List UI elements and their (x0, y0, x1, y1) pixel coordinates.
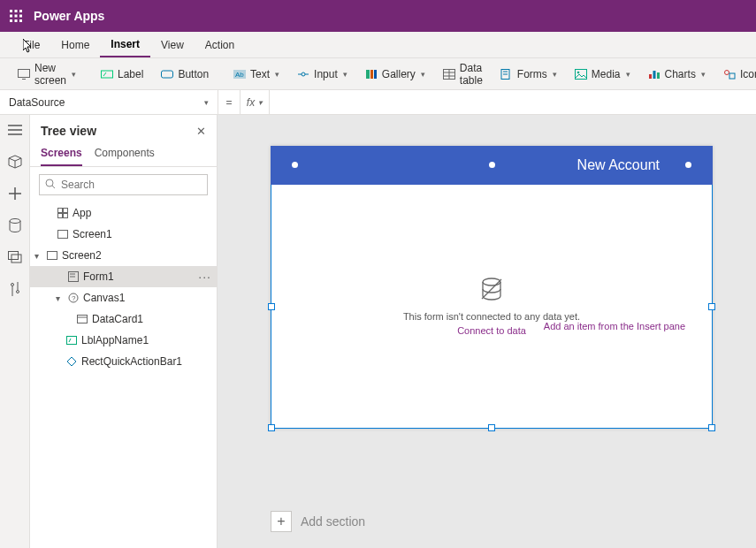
menu-action[interactable]: Action (195, 34, 245, 57)
svg-rect-21 (374, 70, 377, 79)
screen-header[interactable]: New Account (271, 146, 713, 185)
input-button[interactable]: Input▾ (290, 65, 355, 84)
left-rail (0, 115, 30, 548)
forms-icon (500, 68, 513, 80)
formula-input[interactable] (270, 90, 756, 114)
gallery-button[interactable]: Gallery▾ (358, 65, 432, 84)
svg-rect-7 (15, 19, 18, 22)
property-selector[interactable]: DataSource ▾ (0, 90, 218, 114)
icons-label: Icons (740, 68, 756, 80)
charts-label: Charts (665, 68, 696, 80)
tree-node-lblappname[interactable]: LblAppName1 (30, 330, 217, 351)
add-item-link[interactable]: Add an item from the Insert pane (544, 321, 685, 331)
ribbon: New screen▾ Label Button Ab Text▾ Input▾… (0, 58, 756, 90)
svg-line-64 (69, 339, 71, 342)
svg-rect-55 (48, 252, 57, 260)
formula-bar: DataSource ▾ = fx▾ (0, 90, 756, 115)
tab-screens[interactable]: Screens (41, 141, 82, 166)
tree-node-screen1[interactable]: Screen1 (30, 224, 217, 245)
tree-label: LblAppName1 (81, 334, 149, 346)
tab-components[interactable]: Components (95, 141, 155, 166)
svg-rect-3 (10, 15, 12, 18)
svg-rect-6 (10, 19, 12, 22)
tree-node-screen2[interactable]: ▾ Screen2 (30, 245, 217, 266)
media-rail-icon[interactable] (7, 249, 23, 265)
media-icon (575, 68, 587, 80)
tree: App Screen1 ▾ Screen2 Form1 ··· ▾ ? (30, 202, 217, 548)
chevron-down-icon: ▾ (204, 98, 209, 107)
menu-file[interactable]: File (12, 34, 50, 57)
svg-rect-61 (78, 316, 88, 323)
screen-preview[interactable]: New Account This form isn't connected to… (271, 146, 713, 429)
button-button[interactable]: Button (154, 65, 216, 84)
fx-button[interactable]: fx▾ (240, 90, 270, 114)
chevron-down-icon: ▾ (421, 70, 425, 79)
insert-rail-icon[interactable] (7, 154, 23, 170)
form-body[interactable]: This form isn't connected to any data ye… (271, 185, 713, 429)
tree-node-rectquick[interactable]: RectQuickActionBar1 (30, 351, 217, 372)
svg-rect-52 (58, 214, 63, 218)
search-input[interactable] (61, 179, 202, 191)
svg-rect-8 (19, 19, 22, 22)
tree-node-canvas1[interactable]: ▾ ? Canvas1 (30, 287, 217, 308)
svg-rect-63 (67, 337, 77, 345)
button-icon (161, 68, 173, 80)
rectangle-icon (65, 355, 78, 368)
label-label: Label (118, 68, 143, 80)
table-icon (443, 68, 455, 80)
workspace: Tree view ✕ Screens Components App Scree… (0, 115, 756, 548)
svg-line-66 (482, 279, 501, 299)
tree-label: App (73, 207, 91, 219)
gallery-label: Gallery (382, 68, 416, 80)
chevron-down-icon: ▾ (626, 70, 630, 79)
svg-point-46 (16, 291, 19, 293)
text-icon: Ab (233, 68, 246, 80)
screen-title: New Account (577, 157, 660, 173)
advanced-rail-icon[interactable] (7, 281, 23, 297)
canvas-icon: ? (67, 292, 80, 304)
canvas-area[interactable]: New Account This form isn't connected to… (218, 115, 756, 548)
chevron-down-icon[interactable]: ▾ (30, 251, 42, 261)
add-section-button[interactable]: + (271, 511, 292, 532)
svg-line-12 (103, 72, 106, 76)
icons-button[interactable]: Icons▾ (716, 65, 756, 84)
tree-label: Canvas1 (83, 292, 125, 304)
svg-rect-9 (19, 69, 30, 77)
close-icon[interactable]: ✕ (196, 125, 206, 138)
svg-rect-53 (64, 214, 68, 218)
connect-data-link[interactable]: Connect to data (457, 325, 526, 336)
forms-button[interactable]: Forms▾ (493, 65, 564, 84)
input-icon (297, 68, 309, 80)
menu-insert[interactable]: Insert (100, 33, 150, 57)
svg-rect-19 (366, 70, 370, 79)
new-screen-button[interactable]: New screen▾ (11, 58, 83, 90)
tree-node-form1[interactable]: Form1 ··· (30, 266, 217, 287)
chevron-down-icon[interactable]: ▾ (51, 293, 64, 303)
charts-button[interactable]: Charts▾ (641, 65, 713, 84)
property-name: DataSource (9, 96, 65, 109)
label-button[interactable]: Label (94, 65, 150, 84)
svg-rect-13 (162, 71, 173, 78)
chevron-down-icon: ▾ (72, 70, 76, 79)
text-button[interactable]: Ab Text▾ (226, 65, 286, 84)
add-section-label: Add section (301, 514, 365, 529)
svg-rect-29 (575, 69, 586, 79)
add-rail-icon[interactable] (7, 186, 23, 202)
tree-label: RectQuickActionBar1 (81, 355, 182, 368)
svg-text:Ab: Ab (235, 71, 244, 79)
menu-view[interactable]: View (150, 34, 195, 57)
text-label: Text (250, 68, 270, 80)
data-rail-icon[interactable] (7, 217, 23, 233)
tree-label: Form1 (83, 270, 114, 283)
title-bar: Power Apps (0, 0, 756, 32)
tree-node-datacard1[interactable]: DataCard1 (30, 308, 217, 330)
menu-home[interactable]: Home (50, 34, 100, 57)
tree-view-rail-icon[interactable] (7, 122, 23, 138)
more-icon[interactable]: ··· (198, 270, 211, 284)
data-table-button[interactable]: Data table (436, 58, 490, 90)
tree-node-app[interactable]: App (30, 202, 217, 224)
app-launcher-icon[interactable] (5, 5, 27, 27)
search-box[interactable] (39, 174, 208, 195)
media-button[interactable]: Media▾ (568, 65, 638, 84)
screen-icon (18, 68, 30, 80)
